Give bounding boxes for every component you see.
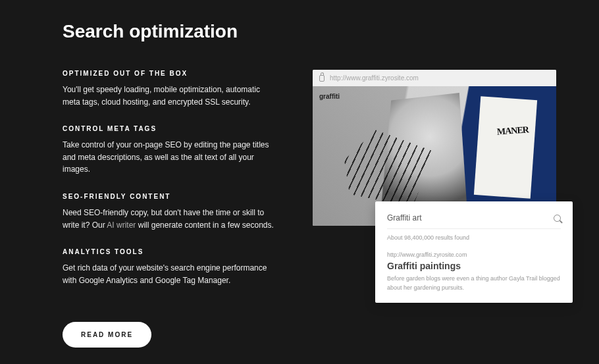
feature-body-post: will generate content in a few seconds. (136, 221, 273, 230)
feature-heading: OPTIMIZED OUT OF THE BOX (63, 70, 280, 77)
site-brand-text: graffiti (319, 93, 340, 100)
feature-body: Take control of your on-page SEO by edit… (63, 139, 280, 176)
feature-item: ANALYTICS TOOLS Get rich data of your we… (63, 248, 280, 286)
feature-body: Need SEO-friendly copy, but don't have t… (63, 207, 280, 231)
result-description: Before garden blogs were even a thing au… (387, 274, 561, 292)
preview-column: http://www.graffiti.zyrosite.com graffit… (313, 70, 563, 348)
feature-list: OPTIMIZED OUT OF THE BOX You'll get spee… (63, 70, 280, 348)
search-input[interactable] (387, 213, 532, 222)
feature-heading: SEO-FRIENDLY CONTENT (63, 193, 280, 200)
feature-item: CONTROL META TAGS Take control of your o… (63, 125, 280, 176)
result-url: http://www.graffiti.zyrosite.com (387, 251, 561, 258)
feature-item: OPTIMIZED OUT OF THE BOX You'll get spee… (63, 70, 280, 108)
page-title: Search optimization (63, 21, 599, 42)
results-count: About 98,400,000 results found (387, 234, 561, 241)
feature-body: You'll get speedy loading, mobile optimi… (63, 84, 280, 108)
browser-url: http://www.graffiti.zyrosite.com (330, 74, 419, 82)
feature-body: Get rich data of your website's search e… (63, 262, 280, 286)
read-more-button[interactable]: READ MORE (63, 322, 151, 348)
address-bar: http://www.graffiti.zyrosite.com (313, 70, 556, 86)
result-title[interactable]: Graffiti paintings (387, 261, 561, 271)
lock-icon (319, 75, 325, 82)
search-result-card: About 98,400,000 results found http://ww… (375, 201, 573, 303)
feature-heading: ANALYTICS TOOLS (63, 248, 280, 255)
feature-item: SEO-FRIENDLY CONTENT Need SEO-friendly c… (63, 193, 280, 231)
search-icon[interactable] (554, 215, 561, 222)
ai-writer-link[interactable]: AI writer (107, 221, 136, 230)
feature-heading: CONTROL META TAGS (63, 125, 280, 132)
graffiti-tag-text: MANER (497, 124, 529, 137)
paper-strip-graphic (474, 96, 537, 199)
